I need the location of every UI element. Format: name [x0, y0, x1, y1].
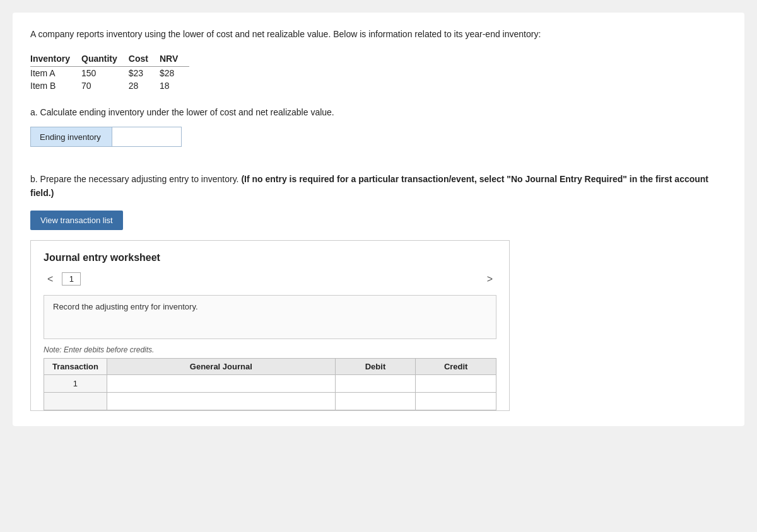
part-b-label-prefix: b. Prepare the necessary adjusting entry… [30, 174, 238, 184]
debit-input-2[interactable] [335, 392, 416, 410]
nav-page-number: 1 [62, 272, 81, 286]
intro-text: A company reports inventory using the lo… [30, 28, 727, 41]
nav-left-button[interactable]: < [44, 272, 57, 286]
general-journal-input-2[interactable] [107, 392, 335, 410]
item-b-cost: 28 [129, 79, 160, 92]
record-text: Record the adjusting entry for inventory… [44, 295, 496, 339]
nav-right-button[interactable]: > [483, 272, 496, 286]
item-a-name: Item A [30, 67, 81, 80]
main-page: A company reports inventory using the lo… [13, 13, 744, 426]
ending-inventory-row: Ending inventory [30, 127, 727, 147]
journal-worksheet: Journal entry worksheet < 1 > Record the… [30, 240, 510, 411]
table-row: Item B 70 28 18 [30, 79, 189, 92]
note-text: Note: Enter debits before credits. [44, 345, 496, 354]
part-a-label: a. Calculate ending inventory under the … [30, 106, 727, 119]
view-transaction-button[interactable]: View transaction list [30, 211, 123, 230]
ending-inventory-label: Ending inventory [30, 127, 112, 147]
col-header-quantity: Quantity [81, 52, 129, 67]
col-header-inventory: Inventory [30, 52, 81, 67]
journal-table: Transaction General Journal Debit Credit… [44, 358, 496, 410]
credit-field-2[interactable] [421, 396, 491, 406]
item-b-name: Item B [30, 79, 81, 92]
item-a-quantity: 150 [81, 67, 129, 80]
credit-input-2[interactable] [416, 392, 496, 410]
item-a-nrv: $28 [160, 67, 189, 80]
col-header-nrv: NRV [160, 52, 189, 67]
item-a-cost: $23 [129, 67, 160, 80]
journal-row-2 [44, 392, 496, 410]
col-header-general-journal: General Journal [107, 358, 335, 374]
transaction-num-2 [44, 392, 107, 410]
part-b-text: b. Prepare the necessary adjusting entry… [30, 172, 727, 200]
transaction-num-1: 1 [44, 374, 107, 392]
worksheet-title: Journal entry worksheet [44, 252, 496, 263]
debit-input-1[interactable] [335, 374, 416, 392]
credit-input-1[interactable] [416, 374, 496, 392]
col-header-cost: Cost [129, 52, 160, 67]
worksheet-nav: < 1 [44, 272, 81, 286]
table-row: Item A 150 $23 $28 [30, 67, 189, 80]
general-journal-field-1[interactable] [112, 379, 330, 388]
ending-inventory-input[interactable] [112, 127, 182, 147]
worksheet-nav-wrapper: < 1 > [44, 272, 496, 295]
inventory-table: Inventory Quantity Cost NRV Item A 150 $… [30, 52, 189, 92]
general-journal-input-1[interactable] [107, 374, 335, 392]
journal-row-1: 1 [44, 374, 496, 392]
col-header-debit: Debit [335, 358, 416, 374]
item-b-quantity: 70 [81, 79, 129, 92]
debit-field-1[interactable] [341, 379, 411, 388]
col-header-transaction: Transaction [44, 358, 107, 374]
debit-field-2[interactable] [341, 396, 411, 406]
credit-field-1[interactable] [421, 379, 491, 388]
record-text-content: Record the adjusting entry for inventory… [53, 302, 198, 311]
col-header-credit: Credit [416, 358, 496, 374]
general-journal-field-2[interactable] [112, 396, 330, 406]
item-b-nrv: 18 [160, 79, 189, 92]
